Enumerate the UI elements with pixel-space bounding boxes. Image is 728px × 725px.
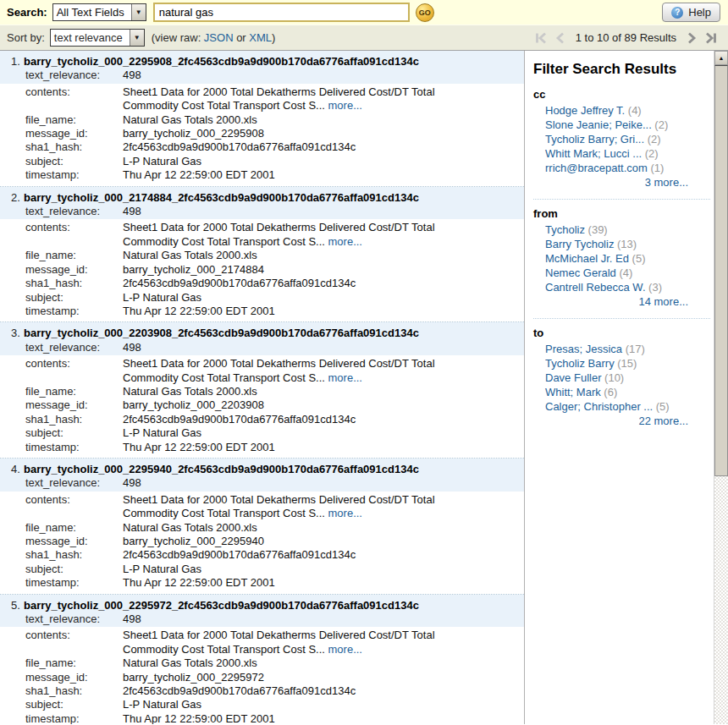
- filter-item: Nemec Gerald (4): [533, 266, 710, 280]
- help-button-label: Help: [688, 6, 711, 19]
- field-label: file_name:: [25, 113, 123, 127]
- filter-item: Slone Jeanie; Peike... (2): [533, 118, 710, 132]
- search-label: Search:: [7, 6, 47, 19]
- field-label: sha1_hash:: [25, 548, 123, 562]
- result-field-row: contents:Sheet1 Data for 2000 Total Deka…: [0, 357, 524, 385]
- field-value: Thu Apr 12 22:59:00 EDT 2001: [123, 168, 275, 182]
- previous-page-icon[interactable]: [554, 31, 567, 45]
- filter-item-link[interactable]: rrich@bracepatt.com: [545, 162, 648, 174]
- result-field-row: message_id:barry_tycholiz_000_2203908: [0, 398, 524, 412]
- filter-item-link[interactable]: Presas; Jessica: [545, 343, 622, 355]
- filter-item-link[interactable]: Calger; Christopher ...: [545, 400, 653, 413]
- result-number: 1.: [11, 55, 24, 69]
- go-button[interactable]: GO: [416, 3, 434, 22]
- sidebar-scrollbar[interactable]: ▲: [714, 51, 728, 724]
- help-button[interactable]: ? Help: [662, 3, 720, 22]
- filter-item-link[interactable]: Whitt; Mark: [545, 386, 601, 398]
- filter-item-link[interactable]: Tycholiz Barry: [545, 357, 615, 370]
- more-facets-link[interactable]: 22 more...: [638, 415, 688, 427]
- result-number: 5.: [11, 599, 24, 612]
- filter-sidebar: Filter Search Results cc Hodge Jeffrey T…: [525, 51, 728, 724]
- filter-section-heading: to: [533, 327, 710, 339]
- result-field-row: timestamp:Thu Apr 12 22:59:00 EDT 2001: [0, 712, 524, 724]
- result-relevance-row: text_relevance: 498: [0, 341, 524, 354]
- result-number: 3.: [11, 327, 24, 340]
- filter-item-count: (13): [614, 238, 637, 250]
- search-input[interactable]: [153, 3, 410, 22]
- help-question-icon: ?: [671, 7, 683, 19]
- filter-more-row: 3 more...: [533, 175, 710, 190]
- sort-bar: Sort by: text relevance ▼ (view raw: JSO…: [0, 25, 728, 51]
- filter-item: Dave Fuller (10): [533, 371, 710, 385]
- filter-item-count: (2): [652, 118, 669, 131]
- filter-item: Tycholiz Barry (15): [533, 356, 710, 371]
- sidebar-title: Filter Search Results: [533, 61, 710, 78]
- more-contents-link[interactable]: more...: [328, 371, 362, 384]
- filter-item-link[interactable]: Nemec Gerald: [545, 266, 616, 279]
- result-field-row: sha1_hash:2fc4563cdb9a9d900b170da6776aff…: [0, 413, 524, 426]
- filter-item-link[interactable]: McMichael Jr. Ed: [545, 252, 629, 265]
- field-label: timestamp:: [25, 712, 123, 724]
- first-page-icon[interactable]: [534, 31, 548, 45]
- search-field-select[interactable]: All Text Fields ▼: [52, 3, 146, 21]
- field-label: contents:: [25, 85, 123, 113]
- filter-item-count: (2): [642, 147, 659, 160]
- view-raw-xml-link[interactable]: XML: [249, 31, 272, 44]
- result-relevance-row: text_relevance: 498: [0, 476, 524, 490]
- result-item: 4.barry_tycholiz_000_2295940_2fc4563cdb9…: [0, 459, 524, 595]
- field-value: 2fc4563cdb9a9d900b170da6776affa091cd134c: [123, 413, 356, 426]
- filter-item-link[interactable]: Cantrell Rebecca W.: [545, 281, 646, 294]
- filter-item-link[interactable]: Whitt Mark; Lucci ...: [545, 147, 642, 160]
- more-facets-link[interactable]: 3 more...: [645, 176, 688, 189]
- filter-more-row: 22 more...: [533, 414, 710, 429]
- field-label: contents:: [25, 629, 123, 656]
- result-field-row: file_name:Natural Gas Totals 2000.xls: [0, 113, 524, 127]
- field-value: Sheet1 Data for 2000 Total Dekatherms De…: [123, 493, 493, 521]
- more-contents-link[interactable]: more...: [328, 643, 362, 656]
- more-facets-link[interactable]: 14 more...: [638, 295, 688, 308]
- filter-item-count: (3): [646, 281, 663, 294]
- field-label: file_name:: [25, 249, 123, 262]
- field-value: 2fc4563cdb9a9d900b170da6776affa091cd134c: [123, 140, 356, 154]
- result-fields: contents:Sheet1 Data for 2000 Total Deka…: [0, 219, 524, 321]
- field-value: L-P Natural Gas: [123, 563, 201, 576]
- scroll-up-arrow-icon[interactable]: ▲: [714, 51, 728, 65]
- filter-item: Calger; Christopher ... (5): [533, 399, 710, 414]
- field-label: subject:: [25, 698, 123, 711]
- field-label: timestamp:: [25, 305, 123, 318]
- filter-item: Tycholiz Barry; Gri... (2): [533, 132, 710, 146]
- field-value: Thu Apr 12 22:59:00 EDT 2001: [123, 441, 275, 454]
- filter-item-count: (39): [585, 223, 608, 236]
- filter-item-link[interactable]: Dave Fuller: [545, 371, 601, 384]
- more-contents-link[interactable]: more...: [328, 99, 362, 112]
- next-page-icon[interactable]: [685, 31, 698, 45]
- result-field-row: timestamp:Thu Apr 12 22:59:00 EDT 2001: [0, 576, 524, 590]
- filter-item-link[interactable]: Tycholiz: [545, 223, 585, 236]
- result-field-row: subject:L-P Natural Gas: [0, 426, 524, 440]
- field-value: Thu Apr 12 22:59:00 EDT 2001: [123, 305, 275, 318]
- result-field-row: sha1_hash:2fc4563cdb9a9d900b170da6776aff…: [0, 548, 524, 562]
- field-value: 2fc4563cdb9a9d900b170da6776affa091cd134c: [123, 684, 356, 698]
- result-title: barry_tycholiz_000_2295972_2fc4563cdb9a9…: [24, 599, 419, 612]
- filter-item-link[interactable]: Tycholiz Barry; Gri...: [545, 133, 644, 146]
- more-contents-link[interactable]: more...: [328, 235, 362, 248]
- result-field-row: message_id:barry_tycholiz_000_2295908: [0, 127, 524, 140]
- filter-item-link[interactable]: Barry Tycholiz: [545, 238, 614, 250]
- filter-section-from: from Tycholiz (39)Barry Tycholiz (13)McM…: [533, 199, 710, 310]
- filter-item-link[interactable]: Hodge Jeffrey T.: [545, 104, 625, 117]
- filter-item-link[interactable]: Slone Jeanie; Peike...: [545, 118, 652, 131]
- view-raw-json-link[interactable]: JSON: [204, 31, 234, 44]
- last-page-icon[interactable]: [704, 31, 718, 45]
- result-field-row: subject:L-P Natural Gas: [0, 563, 524, 576]
- more-contents-link[interactable]: more...: [328, 507, 362, 519]
- scrollbar-thumb[interactable]: [714, 65, 728, 476]
- field-value: 2fc4563cdb9a9d900b170da6776affa091cd134c: [123, 277, 356, 290]
- field-label: file_name:: [25, 656, 123, 670]
- result-field-row: message_id:barry_tycholiz_000_2295940: [0, 535, 524, 548]
- result-item: 1.barry_tycholiz_000_2295908_2fc4563cdb9…: [0, 51, 524, 187]
- sort-select[interactable]: text relevance ▼: [50, 29, 145, 47]
- field-value: L-P Natural Gas: [123, 291, 201, 305]
- filter-item-count: (4): [616, 266, 633, 279]
- field-label: subject:: [25, 563, 123, 576]
- field-label: subject:: [25, 155, 123, 168]
